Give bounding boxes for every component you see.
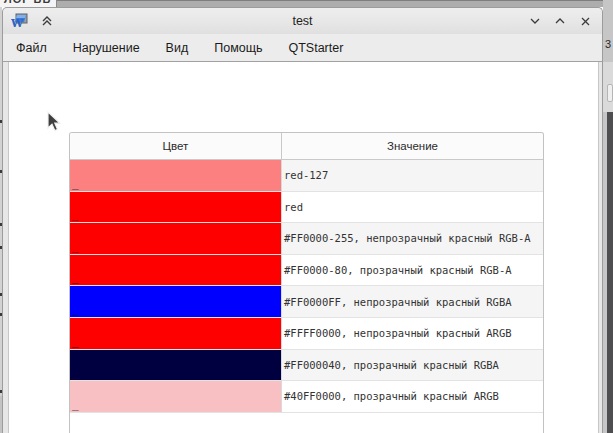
background-window-topleft-fragment: ЛОГ ВВ: [0, 0, 57, 7]
app-icon[interactable]: W: [11, 13, 29, 29]
text-cursor-marker: _: [72, 213, 79, 217]
text-cursor-marker: _: [72, 308, 79, 312]
menu-file[interactable]: Файл: [3, 36, 60, 60]
text-cursor-marker: _: [72, 245, 79, 249]
color-value[interactable]: red: [282, 192, 543, 224]
double-chevron-up-icon: [41, 15, 53, 27]
menu-help[interactable]: Помощь: [201, 36, 275, 60]
table-row[interactable]: _ #FF000040, прозрачный красный RGBA: [70, 350, 543, 382]
close-button[interactable]: [576, 13, 594, 29]
close-icon: [580, 16, 591, 27]
color-swatch[interactable]: _: [70, 223, 282, 255]
chevron-down-icon: [529, 16, 541, 26]
color-swatch[interactable]: _: [70, 350, 282, 382]
color-value[interactable]: #FF0000-80, прозрачный красный RGB-A: [282, 255, 543, 287]
color-swatch[interactable]: _: [70, 255, 282, 287]
app-window: W test: [2, 7, 603, 433]
color-value[interactable]: #FF0000-255, непрозрачный красный RGB-A: [282, 223, 543, 255]
shade-button[interactable]: [38, 13, 56, 29]
desktop-screen: ЛОГ ВВ 3 W test: [0, 0, 613, 433]
table-row[interactable]: _ #40FF0000, прозрачный красный ARGB: [70, 381, 543, 413]
table-row[interactable]: _ #FF0000-255, непрозрачный красный RGB-…: [70, 223, 543, 255]
background-dark-panel: [607, 112, 613, 433]
table-row[interactable]: _ red-127: [70, 160, 543, 192]
menu-violation[interactable]: Нарушение: [60, 36, 153, 60]
color-value[interactable]: #FFFF0000, непрозрачный красный ARGB: [282, 318, 543, 350]
chevron-up-icon: [554, 16, 566, 26]
minimize-button[interactable]: [526, 13, 544, 29]
color-swatch[interactable]: _: [70, 192, 282, 224]
color-table: Цвет Значение _ red-127 _ red _ #FF0000-…: [69, 132, 544, 433]
window-title: test: [3, 14, 602, 28]
column-header-color[interactable]: Цвет: [70, 133, 282, 159]
color-swatch[interactable]: _: [70, 286, 282, 318]
text-cursor-marker: _: [72, 182, 79, 186]
color-value[interactable]: #FF0000FF, непрозрачный красный RGBA: [282, 286, 543, 318]
color-swatch[interactable]: _: [70, 160, 282, 192]
mouse-cursor: [47, 111, 63, 133]
svg-text:W: W: [11, 17, 24, 29]
window-content: Цвет Значение _ red-127 _ red _ #FF0000-…: [3, 62, 602, 433]
background-topleft-text: ЛОГ ВВ: [4, 0, 51, 5]
background-right-text: 3: [605, 38, 613, 52]
table-row[interactable]: _ #FFFF0000, непрозрачный красный ARGB: [70, 318, 543, 350]
color-value[interactable]: #40FF0000, прозрачный красный ARGB: [282, 381, 543, 413]
text-cursor-marker: _: [72, 276, 79, 280]
text-cursor-marker: _: [72, 371, 79, 375]
text-cursor-marker: _: [72, 403, 79, 407]
menubar: Файл Нарушение Вид Помощь QTStarter: [3, 34, 602, 62]
table-header: Цвет Значение: [70, 133, 543, 160]
color-swatch[interactable]: _: [70, 318, 282, 350]
text-cursor-marker: _: [72, 340, 79, 344]
titlebar[interactable]: W test: [3, 8, 602, 34]
table-row[interactable]: _ #FF0000FF, непрозрачный красный RGBA: [70, 286, 543, 318]
color-value[interactable]: red-127: [282, 160, 543, 192]
background-window-top-strip: [0, 0, 613, 7]
color-swatch[interactable]: _: [70, 381, 282, 413]
column-header-value[interactable]: Значение: [282, 133, 543, 159]
table-row[interactable]: _ red: [70, 192, 543, 224]
background-scrollbar-thumb: [607, 84, 613, 102]
menu-qtstarter[interactable]: QTStarter: [276, 36, 357, 60]
menu-view[interactable]: Вид: [153, 36, 202, 60]
color-value[interactable]: #FF000040, прозрачный красный RGBA: [282, 350, 543, 382]
table-row[interactable]: _ #FF0000-80, прозрачный красный RGB-A: [70, 255, 543, 287]
maximize-button[interactable]: [551, 13, 569, 29]
